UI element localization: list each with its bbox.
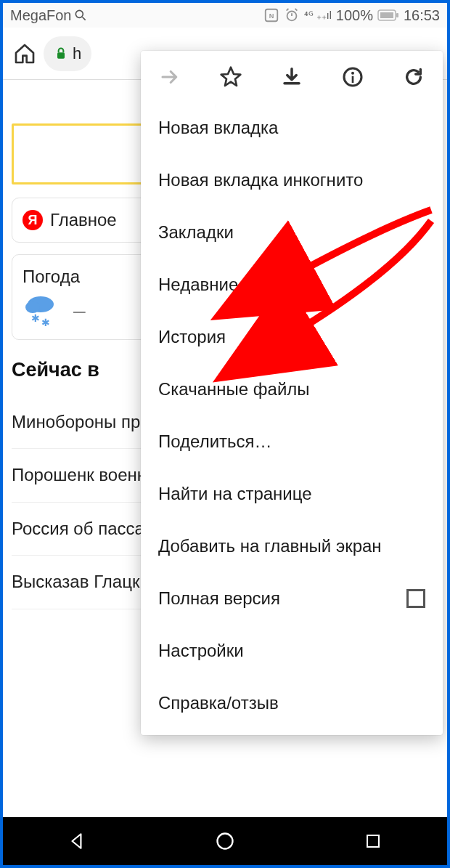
- home-button[interactable]: [210, 827, 240, 856]
- weather-label: Погода: [22, 267, 80, 287]
- recents-button[interactable]: [359, 827, 388, 856]
- menu-item-label: Новая вкладка: [158, 118, 278, 138]
- reload-icon[interactable]: [401, 64, 427, 90]
- menu-icon-row: [141, 51, 443, 102]
- menu-bookmarks[interactable]: Закладки: [141, 206, 443, 259]
- menu-item-label: История: [158, 327, 226, 347]
- menu-item-label: Скачанные файлы: [158, 379, 310, 399]
- svg-line-6: [287, 9, 289, 11]
- svg-text:✱: ✱: [31, 312, 40, 324]
- url-text: h: [73, 44, 81, 63]
- svg-point-17: [351, 72, 354, 75]
- svg-point-13: [25, 301, 40, 313]
- home-icon[interactable]: [13, 42, 36, 65]
- svg-rect-9: [380, 12, 393, 18]
- checkbox-icon[interactable]: [406, 589, 425, 608]
- download-icon[interactable]: [279, 64, 305, 90]
- menu-recent-tabs[interactable]: Недавние вкладки: [141, 259, 443, 311]
- menu-item-label: Добавить на главный экран: [158, 536, 382, 556]
- svg-point-0: [75, 10, 83, 17]
- menu-item-label: Справка/отзыв: [158, 693, 279, 713]
- menu-add-homescreen[interactable]: Добавить на главный экран: [141, 520, 443, 572]
- info-icon[interactable]: [340, 64, 366, 90]
- svg-rect-21: [367, 835, 379, 847]
- signal-icon: ⁴ᴳ ₊₊ıl: [304, 9, 332, 21]
- star-icon[interactable]: [218, 64, 244, 90]
- menu-history[interactable]: История: [141, 311, 443, 363]
- status-bar: MegaFon N ⁴ᴳ ₊₊ıl 100% 16:53: [3, 3, 447, 28]
- url-bar[interactable]: h: [44, 36, 91, 71]
- battery-text: 100%: [336, 7, 373, 24]
- battery-icon: [377, 9, 399, 21]
- svg-rect-18: [352, 76, 354, 83]
- svg-point-4: [287, 12, 296, 21]
- menu-desktop-site[interactable]: Полная версия: [141, 572, 443, 625]
- menu-downloads[interactable]: Скачанные файлы: [141, 363, 443, 415]
- svg-rect-10: [396, 13, 398, 17]
- yandex-logo-icon: Я: [22, 210, 43, 230]
- menu-item-label: Найти на странице: [158, 484, 312, 504]
- menu-item-label: Новая вкладка инкогнито: [158, 170, 363, 190]
- cloud-icon: ✱✱ –: [22, 294, 86, 328]
- forward-icon: [157, 64, 183, 90]
- lock-icon: [54, 46, 68, 61]
- menu-share[interactable]: Поделиться…: [141, 415, 443, 468]
- status-right: N ⁴ᴳ ₊₊ıl 100% 16:53: [263, 7, 440, 24]
- svg-text:✱: ✱: [41, 317, 50, 328]
- android-nav-bar: [3, 817, 447, 865]
- svg-text:N: N: [269, 12, 274, 20]
- svg-point-20: [218, 834, 233, 849]
- time-label: 16:53: [404, 7, 440, 24]
- nfc-icon: N: [263, 7, 279, 23]
- status-carrier: MegaFon: [10, 7, 88, 24]
- menu-find[interactable]: Найти на странице: [141, 468, 443, 520]
- menu-help[interactable]: Справка/отзыв: [141, 677, 443, 729]
- yandex-label: Главное: [50, 210, 117, 230]
- menu-item-label: Поделиться…: [158, 431, 272, 452]
- search-icon: [73, 8, 88, 23]
- menu-new-incognito[interactable]: Новая вкладка инкогнито: [141, 154, 443, 206]
- alarm-icon: [284, 7, 300, 23]
- menu-item-label: Настройки: [158, 641, 244, 661]
- menu-item-label: Недавние вкладки: [158, 275, 308, 295]
- menu-new-tab[interactable]: Новая вкладка: [141, 102, 443, 154]
- svg-line-1: [82, 17, 85, 20]
- carrier-label: MegaFon: [10, 7, 72, 24]
- svg-rect-11: [57, 52, 65, 58]
- browser-menu: Новая вкладка Новая вкладка инкогнито За…: [141, 51, 443, 735]
- back-button[interactable]: [62, 827, 91, 856]
- menu-settings[interactable]: Настройки: [141, 625, 443, 677]
- svg-line-7: [295, 9, 297, 11]
- menu-item-label: Полная версия: [158, 588, 280, 609]
- menu-item-label: Закладки: [158, 222, 234, 243]
